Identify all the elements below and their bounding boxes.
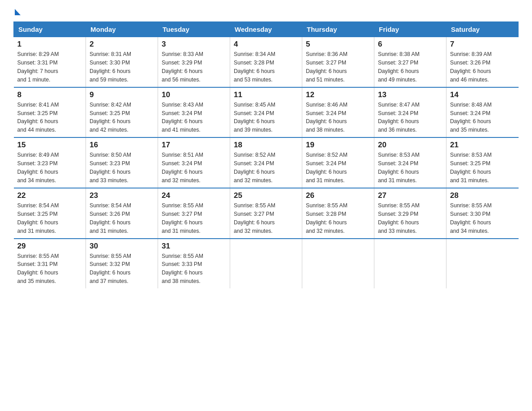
day-number: 1 (17, 40, 82, 49)
calendar-cell: 5Sunrise: 8:36 AMSunset: 3:27 PMDaylight… (302, 37, 374, 87)
calendar-cell: 26Sunrise: 8:55 AMSunset: 3:28 PMDayligh… (302, 188, 374, 239)
logo (13, 9, 21, 13)
week-row: 29Sunrise: 8:55 AMSunset: 3:31 PMDayligh… (14, 239, 519, 289)
day-info: Sunrise: 8:47 AMSunset: 3:24 PMDaylight:… (378, 101, 442, 135)
calendar-cell: 23Sunrise: 8:54 AMSunset: 3:26 PMDayligh… (86, 188, 158, 239)
day-info: Sunrise: 8:50 AMSunset: 3:23 PMDaylight:… (90, 151, 154, 185)
day-number: 2 (90, 40, 154, 49)
column-header-tuesday: Tuesday (158, 22, 230, 37)
day-number: 16 (90, 141, 154, 150)
day-info: Sunrise: 8:48 AMSunset: 3:24 PMDaylight:… (450, 101, 515, 135)
day-info: Sunrise: 8:45 AMSunset: 3:24 PMDaylight:… (234, 101, 298, 135)
day-number: 21 (450, 141, 515, 150)
calendar-cell: 2Sunrise: 8:31 AMSunset: 3:30 PMDaylight… (86, 37, 158, 87)
week-row: 1Sunrise: 8:29 AMSunset: 3:31 PMDaylight… (14, 37, 519, 87)
calendar-cell: 30Sunrise: 8:55 AMSunset: 3:32 PMDayligh… (86, 239, 158, 289)
day-number: 15 (17, 141, 82, 150)
calendar-cell: 25Sunrise: 8:55 AMSunset: 3:27 PMDayligh… (230, 188, 302, 239)
calendar-cell: 3Sunrise: 8:33 AMSunset: 3:29 PMDaylight… (158, 37, 230, 87)
day-info: Sunrise: 8:34 AMSunset: 3:28 PMDaylight:… (234, 50, 298, 84)
calendar-cell: 4Sunrise: 8:34 AMSunset: 3:28 PMDaylight… (230, 37, 302, 87)
column-header-sunday: Sunday (14, 22, 86, 37)
calendar-cell: 20Sunrise: 8:53 AMSunset: 3:24 PMDayligh… (374, 137, 446, 188)
calendar-table: SundayMondayTuesdayWednesdayThursdayFrid… (13, 21, 519, 288)
day-number: 28 (450, 191, 515, 200)
day-info: Sunrise: 8:55 AMSunset: 3:33 PMDaylight:… (162, 252, 226, 286)
day-number: 27 (378, 191, 442, 200)
day-number: 22 (17, 191, 82, 200)
day-number: 30 (90, 242, 154, 251)
column-header-wednesday: Wednesday (230, 22, 302, 37)
day-number: 14 (450, 90, 515, 99)
calendar-cell: 31Sunrise: 8:55 AMSunset: 3:33 PMDayligh… (158, 239, 230, 289)
day-info: Sunrise: 8:55 AMSunset: 3:30 PMDaylight:… (450, 201, 515, 235)
calendar-cell: 21Sunrise: 8:53 AMSunset: 3:25 PMDayligh… (446, 137, 519, 188)
day-info: Sunrise: 8:55 AMSunset: 3:27 PMDaylight:… (234, 201, 298, 235)
day-info: Sunrise: 8:39 AMSunset: 3:26 PMDaylight:… (450, 50, 515, 84)
calendar-cell: 9Sunrise: 8:42 AMSunset: 3:25 PMDaylight… (86, 87, 158, 138)
day-number: 26 (306, 191, 370, 200)
day-number: 18 (234, 141, 298, 150)
calendar-cell (302, 239, 374, 289)
day-number: 12 (306, 90, 370, 99)
day-number: 6 (378, 40, 442, 49)
day-info: Sunrise: 8:49 AMSunset: 3:23 PMDaylight:… (17, 151, 82, 185)
calendar-cell: 22Sunrise: 8:54 AMSunset: 3:25 PMDayligh… (14, 188, 86, 239)
day-info: Sunrise: 8:54 AMSunset: 3:25 PMDaylight:… (17, 201, 82, 235)
calendar-cell: 15Sunrise: 8:49 AMSunset: 3:23 PMDayligh… (14, 137, 86, 188)
day-number: 11 (234, 90, 298, 99)
calendar-cell: 7Sunrise: 8:39 AMSunset: 3:26 PMDaylight… (446, 37, 519, 87)
week-row: 15Sunrise: 8:49 AMSunset: 3:23 PMDayligh… (14, 137, 519, 188)
day-info: Sunrise: 8:29 AMSunset: 3:31 PMDaylight:… (17, 50, 82, 84)
calendar-cell: 8Sunrise: 8:41 AMSunset: 3:25 PMDaylight… (14, 87, 86, 138)
calendar-cell: 10Sunrise: 8:43 AMSunset: 3:24 PMDayligh… (158, 87, 230, 138)
day-info: Sunrise: 8:53 AMSunset: 3:24 PMDaylight:… (378, 151, 442, 185)
calendar-cell: 19Sunrise: 8:52 AMSunset: 3:24 PMDayligh… (302, 137, 374, 188)
day-info: Sunrise: 8:55 AMSunset: 3:29 PMDaylight:… (378, 201, 442, 235)
day-number: 20 (378, 141, 442, 150)
day-info: Sunrise: 8:38 AMSunset: 3:27 PMDaylight:… (378, 50, 442, 84)
calendar-cell: 27Sunrise: 8:55 AMSunset: 3:29 PMDayligh… (374, 188, 446, 239)
day-number: 9 (90, 90, 154, 99)
day-number: 5 (306, 40, 370, 49)
calendar-cell (374, 239, 446, 289)
day-number: 13 (378, 90, 442, 99)
day-info: Sunrise: 8:46 AMSunset: 3:24 PMDaylight:… (306, 101, 370, 135)
calendar-cell: 24Sunrise: 8:55 AMSunset: 3:27 PMDayligh… (158, 188, 230, 239)
day-number: 4 (234, 40, 298, 49)
day-info: Sunrise: 8:31 AMSunset: 3:30 PMDaylight:… (90, 50, 154, 84)
week-row: 22Sunrise: 8:54 AMSunset: 3:25 PMDayligh… (14, 188, 519, 239)
day-number: 31 (162, 242, 226, 251)
day-info: Sunrise: 8:36 AMSunset: 3:27 PMDaylight:… (306, 50, 370, 84)
day-info: Sunrise: 8:52 AMSunset: 3:24 PMDaylight:… (234, 151, 298, 185)
calendar-cell: 12Sunrise: 8:46 AMSunset: 3:24 PMDayligh… (302, 87, 374, 138)
day-info: Sunrise: 8:52 AMSunset: 3:24 PMDaylight:… (306, 151, 370, 185)
calendar-cell: 13Sunrise: 8:47 AMSunset: 3:24 PMDayligh… (374, 87, 446, 138)
calendar-cell: 1Sunrise: 8:29 AMSunset: 3:31 PMDaylight… (14, 37, 86, 87)
day-info: Sunrise: 8:55 AMSunset: 3:28 PMDaylight:… (306, 201, 370, 235)
day-info: Sunrise: 8:54 AMSunset: 3:26 PMDaylight:… (90, 201, 154, 235)
day-info: Sunrise: 8:55 AMSunset: 3:27 PMDaylight:… (162, 201, 226, 235)
calendar-cell: 28Sunrise: 8:55 AMSunset: 3:30 PMDayligh… (446, 188, 519, 239)
day-info: Sunrise: 8:55 AMSunset: 3:32 PMDaylight:… (90, 252, 154, 286)
calendar-cell: 11Sunrise: 8:45 AMSunset: 3:24 PMDayligh… (230, 87, 302, 138)
day-info: Sunrise: 8:43 AMSunset: 3:24 PMDaylight:… (162, 101, 226, 135)
column-header-friday: Friday (374, 22, 446, 37)
day-number: 29 (17, 242, 82, 251)
calendar-cell: 18Sunrise: 8:52 AMSunset: 3:24 PMDayligh… (230, 137, 302, 188)
day-number: 7 (450, 40, 515, 49)
day-info: Sunrise: 8:53 AMSunset: 3:25 PMDaylight:… (450, 151, 515, 185)
day-info: Sunrise: 8:41 AMSunset: 3:25 PMDaylight:… (17, 101, 82, 135)
calendar-cell: 6Sunrise: 8:38 AMSunset: 3:27 PMDaylight… (374, 37, 446, 87)
day-info: Sunrise: 8:55 AMSunset: 3:31 PMDaylight:… (17, 252, 82, 286)
calendar-cell: 29Sunrise: 8:55 AMSunset: 3:31 PMDayligh… (14, 239, 86, 289)
calendar-cell: 16Sunrise: 8:50 AMSunset: 3:23 PMDayligh… (86, 137, 158, 188)
week-row: 8Sunrise: 8:41 AMSunset: 3:25 PMDaylight… (14, 87, 519, 138)
calendar-cell: 17Sunrise: 8:51 AMSunset: 3:24 PMDayligh… (158, 137, 230, 188)
calendar-cell: 14Sunrise: 8:48 AMSunset: 3:24 PMDayligh… (446, 87, 519, 138)
logo-line1 (13, 9, 21, 15)
day-info: Sunrise: 8:51 AMSunset: 3:24 PMDaylight:… (162, 151, 226, 185)
calendar-body: 1Sunrise: 8:29 AMSunset: 3:31 PMDaylight… (14, 37, 519, 289)
column-header-monday: Monday (86, 22, 158, 37)
day-number: 25 (234, 191, 298, 200)
